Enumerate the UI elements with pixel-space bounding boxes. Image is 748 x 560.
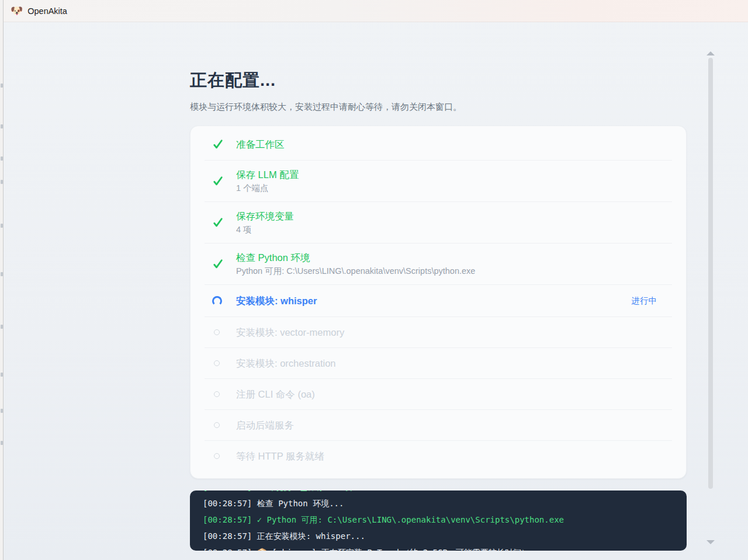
setup-content: 正在配置... 模块与运行环境体积较大，安装过程中请耐心等待，请勿关闭本窗口。 … (190, 22, 687, 551)
pending-circle-icon (214, 329, 220, 335)
edge-artifact (1, 409, 3, 413)
window-title: OpenAkita (27, 6, 67, 16)
step-label: 安装模块: vector-memory (236, 325, 670, 339)
edge-artifact (1, 124, 3, 128)
pending-circle-icon (214, 391, 220, 397)
window-titlebar: 🐶 OpenAkita (4, 0, 748, 22)
setup-scroll-area[interactable]: 正在配置... 模块与运行环境体积较大，安装过程中请耐心等待，请勿关闭本窗口。 … (4, 22, 748, 560)
step-wait-http: 等待 HTTP 服务就绪 (205, 441, 672, 471)
page-subtitle: 模块与运行环境体积较大，安装过程中请耐心等待，请勿关闭本窗口。 (190, 102, 687, 113)
edge-artifact (1, 272, 3, 276)
step-label: 安装模块: orchestration (236, 356, 670, 370)
step-detail: 4 项 (236, 224, 670, 236)
log-line: [00:28:57] 正在安装模块: whisper... (203, 528, 674, 544)
step-install-whisper: 安装模块: whisper 进行中 (205, 285, 672, 317)
step-label: 保存环境变量 (236, 209, 670, 223)
log-line: [00:28:57] 检查 Python 环境... (203, 495, 674, 512)
step-label: 启动后端服务 (236, 418, 670, 432)
edge-artifact (1, 180, 3, 184)
step-save-llm-config: 保存 LLM 配置 1 个端点 (205, 161, 672, 202)
step-label: 保存 LLM 配置 (236, 168, 670, 182)
step-detail: 1 个端点 (236, 182, 670, 194)
step-detail: Python 可用: C:\Users\LING\.openakita\venv… (236, 265, 670, 277)
step-label: 检查 Python 环境 (236, 251, 670, 265)
step-prepare-workspace: 准备工作区 (205, 128, 672, 161)
step-label: 准备工作区 (236, 137, 670, 151)
check-icon (212, 175, 224, 187)
spinner-icon (212, 296, 222, 306)
akita-dog-app-icon: 🐶 (11, 6, 23, 16)
step-check-python: 检查 Python 环境 Python 可用: C:\Users\LING\.o… (205, 244, 672, 285)
edge-artifact (1, 373, 3, 377)
pending-circle-icon (214, 453, 220, 459)
install-steps-card: 准备工作区 保存 LLM 配置 1 个端点 保 (190, 126, 687, 479)
in-progress-badge: 进行中 (632, 295, 670, 307)
step-register-cli: 注册 CLI 命令 (oa) (205, 379, 672, 410)
step-start-backend: 启动后端服务 (205, 410, 672, 441)
check-icon (212, 258, 224, 270)
edge-artifact (1, 325, 3, 329)
log-line: [00:28:57] 📦 [whisper] 正在预安装 PyTorch（约 2… (203, 544, 674, 551)
edge-artifact (1, 84, 3, 88)
scrollbar-up-arrow-icon[interactable] (707, 51, 715, 55)
pending-circle-icon (214, 422, 220, 428)
step-label: 等待 HTTP 服务就绪 (236, 449, 670, 463)
check-icon (212, 138, 224, 150)
background-window-edge (0, 0, 4, 560)
step-label: 注册 CLI 命令 (oa) (236, 387, 670, 401)
install-log-terminal[interactable]: [00:28:57] ✓ 环境变量已保存: 4 项 [00:28:57] 检查 … (190, 491, 687, 551)
step-install-vector-memory: 安装模块: vector-memory (205, 317, 672, 348)
scrollbar-thumb[interactable] (708, 58, 713, 489)
log-line: [00:28:57] ✓ 环境变量已保存: 4 项 (203, 491, 674, 495)
install-log-lines: [00:28:57] ✓ 环境变量已保存: 4 项 [00:28:57] 检查 … (203, 491, 674, 551)
log-line: [00:28:57] ✓ Python 可用: C:\Users\LING\.o… (203, 512, 674, 528)
step-save-env-vars: 保存环境变量 4 项 (205, 202, 672, 244)
edge-artifact (1, 156, 3, 161)
pending-circle-icon (214, 360, 220, 366)
check-icon (212, 217, 224, 228)
step-install-orchestration: 安装模块: orchestration (205, 348, 672, 379)
page-title: 正在配置... (190, 69, 687, 92)
step-label: 安装模块: whisper (236, 294, 632, 308)
scrollbar-down-arrow-icon[interactable] (707, 540, 715, 544)
install-steps-list: 准备工作区 保存 LLM 配置 1 个端点 保 (191, 126, 686, 478)
edge-artifact (1, 441, 3, 445)
edge-artifact (1, 224, 3, 228)
